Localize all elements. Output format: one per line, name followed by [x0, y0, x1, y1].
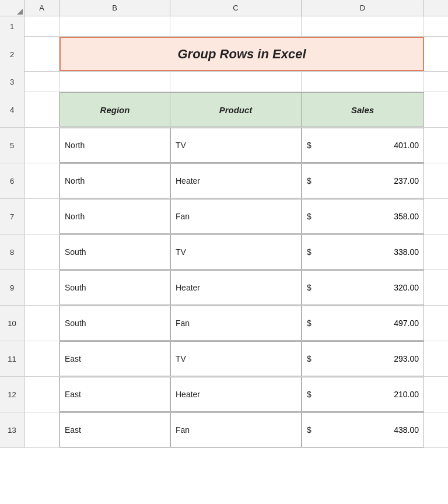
cell-8c[interactable]: TV: [170, 235, 302, 270]
row-num-10: 10: [0, 306, 24, 341]
row-num-1: 1: [0, 16, 24, 37]
cell-7c[interactable]: Fan: [170, 199, 302, 234]
cell-4a[interactable]: [24, 92, 60, 127]
cell-3a[interactable]: [24, 72, 60, 92]
cell-6a[interactable]: [24, 163, 60, 198]
row-10: 10SouthFan$497.00: [0, 306, 448, 341]
cell-3b[interactable]: [60, 72, 170, 92]
cell-5a[interactable]: [24, 128, 60, 163]
cell-8d[interactable]: $338.00: [302, 235, 424, 270]
row-num-5: 5: [0, 128, 24, 163]
cell-9d[interactable]: $320.00: [302, 270, 424, 305]
row-num-9: 9: [0, 270, 24, 305]
row-8: 8SouthTV$338.00: [0, 235, 448, 270]
row-1: 1: [0, 16, 448, 37]
row-num-8: 8: [0, 235, 24, 270]
cell-11d[interactable]: $293.00: [302, 341, 424, 376]
row-num-7: 7: [0, 199, 24, 234]
row-4-header: 4 Region Product Sales: [0, 92, 448, 128]
cell-6d[interactable]: $237.00: [302, 163, 424, 198]
cell-12b[interactable]: East: [60, 377, 170, 412]
row-3: 3: [0, 72, 448, 92]
row-9: 9SouthHeater$320.00: [0, 270, 448, 306]
cell-13b[interactable]: East: [60, 412, 170, 447]
cell-11c[interactable]: TV: [170, 341, 302, 376]
col-header-d[interactable]: D: [302, 0, 424, 16]
sales-value: 210.00: [316, 390, 419, 399]
sales-value: 237.00: [316, 176, 419, 186]
dollar-sign: $: [307, 212, 312, 221]
row-7: 7NorthFan$358.00: [0, 199, 448, 235]
cell-9a[interactable]: [24, 270, 60, 305]
cell-1b[interactable]: [60, 16, 170, 37]
cell-6b[interactable]: North: [60, 163, 170, 198]
row-num-11: 11: [0, 341, 24, 376]
cell-5d[interactable]: $401.00: [302, 128, 424, 163]
cell-1a[interactable]: [24, 16, 60, 37]
cell-12d[interactable]: $210.00: [302, 377, 424, 412]
dollar-sign: $: [307, 354, 312, 363]
row-2: 2 Group Rows in Excel: [0, 37, 448, 72]
sales-value: 401.00: [316, 141, 419, 150]
cell-13d[interactable]: $438.00: [302, 412, 424, 447]
row-13: 13EastFan$438.00: [0, 412, 448, 448]
cell-6c[interactable]: Heater: [170, 163, 302, 198]
row-num-13: 13: [0, 412, 24, 447]
spreadsheet: A B C D 1 2 Group Rows in Excel 3 4 Regi…: [0, 0, 448, 504]
title-cell: Group Rows in Excel: [60, 37, 424, 71]
col-header-c[interactable]: C: [170, 0, 302, 16]
cell-8a[interactable]: [24, 235, 60, 270]
cell-13a[interactable]: [24, 412, 60, 447]
dollar-sign: $: [307, 390, 312, 399]
dollar-sign: $: [307, 141, 312, 150]
cell-7a[interactable]: [24, 199, 60, 234]
row-num-12: 12: [0, 377, 24, 412]
cell-9c[interactable]: Heater: [170, 270, 302, 305]
header-region: Region: [60, 92, 170, 127]
cell-12a[interactable]: [24, 377, 60, 412]
cell-1d[interactable]: [302, 16, 424, 37]
cell-2a[interactable]: [24, 37, 60, 72]
cell-12c[interactable]: Heater: [170, 377, 302, 412]
row-num-6: 6: [0, 163, 24, 198]
sales-value: 497.00: [316, 318, 419, 328]
cell-1c[interactable]: [170, 16, 302, 37]
sales-value: 320.00: [316, 283, 419, 292]
header-product: Product: [170, 92, 302, 127]
cell-10b[interactable]: South: [60, 306, 170, 341]
cell-13c[interactable]: Fan: [170, 412, 302, 447]
cell-5c[interactable]: TV: [170, 128, 302, 163]
cell-9b[interactable]: South: [60, 270, 170, 305]
row-11: 11EastTV$293.00: [0, 341, 448, 377]
cell-10d[interactable]: $497.00: [302, 306, 424, 341]
col-header-a[interactable]: A: [24, 0, 60, 16]
sales-value: 358.00: [316, 212, 419, 221]
row-6: 6NorthHeater$237.00: [0, 163, 448, 199]
cell-10c[interactable]: Fan: [170, 306, 302, 341]
dollar-sign: $: [307, 247, 312, 257]
row-5: 5NorthTV$401.00: [0, 128, 448, 163]
dollar-sign: $: [307, 283, 312, 292]
cell-3c[interactable]: [170, 72, 302, 92]
sales-value: 338.00: [316, 247, 419, 257]
dollar-sign: $: [307, 176, 312, 186]
dollar-sign: $: [307, 425, 312, 435]
sales-value: 438.00: [316, 425, 419, 435]
cell-10a[interactable]: [24, 306, 60, 341]
data-rows: 5NorthTV$401.006NorthHeater$237.007North…: [0, 128, 448, 448]
dollar-sign: $: [307, 318, 312, 328]
cell-3d[interactable]: [302, 72, 424, 92]
sales-value: 293.00: [316, 354, 419, 363]
cell-5b[interactable]: North: [60, 128, 170, 163]
row-12: 12EastHeater$210.00: [0, 377, 448, 412]
cell-11a[interactable]: [24, 341, 60, 376]
col-header-b[interactable]: B: [60, 0, 170, 16]
cell-7d[interactable]: $358.00: [302, 199, 424, 234]
cell-7b[interactable]: North: [60, 199, 170, 234]
row-num-3: 3: [0, 72, 24, 92]
cell-8b[interactable]: South: [60, 235, 170, 270]
corner-cell: [0, 0, 24, 16]
header-sales: Sales: [302, 92, 424, 127]
cell-11b[interactable]: East: [60, 341, 170, 376]
row-num-2: 2: [0, 37, 24, 72]
